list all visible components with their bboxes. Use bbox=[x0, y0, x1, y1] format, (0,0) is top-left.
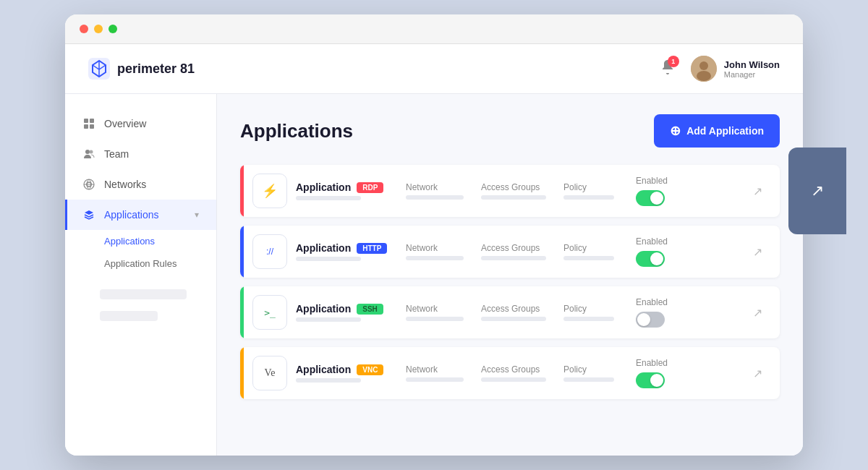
app-name-bar-1 bbox=[296, 196, 361, 200]
app-name-bar-2 bbox=[296, 257, 361, 261]
app-name-row-3: Application SSH bbox=[296, 303, 390, 315]
avatar bbox=[691, 56, 717, 82]
network-col-2: Network bbox=[397, 243, 472, 260]
policy-col-4: Policy bbox=[555, 364, 627, 382]
app-row-vnc: Ve Application VNC Network bbox=[240, 347, 780, 399]
app-name-col-1: Application RDP bbox=[296, 181, 397, 200]
enabled-col-4: Enabled ✓ bbox=[627, 358, 685, 388]
external-link-icon-3[interactable]: ↗ bbox=[747, 300, 768, 325]
browser-window: perimeter 81 1 bbox=[65, 14, 803, 456]
content-header: Applications ⊕ Add Application bbox=[240, 114, 780, 148]
access-groups-col-4: Access Groups bbox=[472, 364, 555, 382]
app-icon-vnc: Ve bbox=[252, 356, 287, 390]
plus-circle-icon: ⊕ bbox=[670, 123, 681, 139]
svg-point-2 bbox=[699, 61, 708, 70]
enabled-col-1: Enabled ✓ bbox=[627, 176, 685, 206]
blurred-nav-2 bbox=[100, 311, 158, 321]
avatar-image bbox=[691, 56, 717, 82]
browser-titlebar bbox=[65, 14, 803, 44]
app-name-bar-4 bbox=[296, 378, 361, 383]
grid-icon bbox=[82, 117, 95, 130]
sidebar: Overview Team bbox=[65, 94, 217, 456]
user-info: John Wilson Manager bbox=[691, 56, 780, 82]
svg-point-9 bbox=[90, 150, 93, 154]
app-border-http bbox=[240, 226, 244, 278]
sidebar-blurred-items bbox=[65, 281, 216, 330]
app-icon-rdp: ⚡ bbox=[252, 174, 287, 208]
access-groups-col-2: Access Groups bbox=[472, 243, 555, 260]
browser-body: perimeter 81 1 bbox=[65, 44, 803, 456]
app-border-rdp bbox=[240, 165, 244, 217]
access-groups-col-3: Access Groups bbox=[472, 304, 555, 321]
traffic-light-red[interactable] bbox=[80, 25, 88, 33]
app-name-col-3: Application SSH bbox=[296, 303, 397, 322]
toggle-http[interactable]: ✓ bbox=[636, 251, 676, 267]
user-name: John Wilson bbox=[724, 59, 780, 70]
users-icon bbox=[82, 148, 95, 161]
chevron-down-icon: ▾ bbox=[195, 210, 199, 220]
main-layout: Overview Team bbox=[65, 94, 803, 456]
sidebar-item-applications[interactable]: Applications ▾ bbox=[65, 200, 216, 230]
user-role: Manager bbox=[724, 70, 780, 79]
nav-sub-applications: Applications Application Rules bbox=[65, 230, 216, 281]
policy-col-2: Policy bbox=[555, 243, 627, 260]
logo-text: perimeter 81 bbox=[117, 61, 195, 77]
sidebar-label-team: Team bbox=[104, 148, 129, 160]
svg-rect-6 bbox=[84, 124, 88, 129]
app-name-col-2: Application HTTP bbox=[296, 242, 397, 261]
sidebar-subitem-application-rules[interactable]: Application Rules bbox=[65, 252, 216, 275]
network-col-4: Network bbox=[397, 364, 472, 382]
app-name-row-2: Application HTTP bbox=[296, 242, 390, 254]
sidebar-item-team[interactable]: Team bbox=[65, 139, 216, 169]
svg-point-8 bbox=[85, 150, 90, 154]
floating-card-icon: ↗ bbox=[811, 181, 824, 200]
sidebar-subitem-applications[interactable]: Applications bbox=[65, 230, 216, 252]
app-name-row-1: Application RDP bbox=[296, 181, 390, 193]
app-icon-http: :// bbox=[252, 234, 287, 269]
svg-rect-7 bbox=[90, 124, 94, 129]
network-col-1: Network bbox=[397, 182, 472, 200]
blurred-nav-1 bbox=[100, 289, 187, 299]
notification-bell[interactable]: 1 bbox=[659, 59, 676, 79]
toggle-rdp[interactable]: ✓ bbox=[636, 190, 676, 206]
app-name-row-4: Application VNC bbox=[296, 364, 390, 375]
external-link-icon-2[interactable]: ↗ bbox=[747, 239, 768, 265]
svg-rect-4 bbox=[84, 119, 88, 123]
main-content: Applications ⊕ Add Application ⚡ bbox=[217, 94, 803, 456]
app-icon-ssh: >_ bbox=[252, 295, 287, 330]
external-link-icon-1[interactable]: ↗ bbox=[747, 179, 768, 204]
enabled-col-2: Enabled ✓ bbox=[627, 236, 685, 267]
toggle-vnc[interactable]: ✓ bbox=[636, 372, 676, 388]
header-right: 1 John Wilson Manager bbox=[659, 56, 780, 82]
logo-icon bbox=[88, 58, 110, 80]
logo: perimeter 81 bbox=[88, 58, 195, 80]
enabled-col-3: Enabled bbox=[627, 297, 685, 328]
access-groups-col-1: Access Groups bbox=[472, 182, 555, 200]
app-border-ssh bbox=[240, 286, 244, 338]
application-list: ⚡ Application RDP Network bbox=[240, 165, 780, 408]
toggle-ssh[interactable] bbox=[636, 312, 676, 328]
app-name-bar-3 bbox=[296, 317, 361, 322]
traffic-light-green[interactable] bbox=[109, 25, 117, 33]
app-row-rdp: ⚡ Application RDP Network bbox=[240, 165, 780, 217]
app-row-http: :// Application HTTP Network bbox=[240, 226, 780, 278]
notification-badge: 1 bbox=[668, 56, 679, 67]
traffic-light-yellow[interactable] bbox=[94, 25, 103, 33]
user-details: John Wilson Manager bbox=[724, 59, 780, 79]
sidebar-item-networks[interactable]: Networks bbox=[65, 169, 216, 200]
external-link-icon-4[interactable]: ↗ bbox=[747, 361, 768, 386]
page-title: Applications bbox=[240, 120, 353, 142]
app-header: perimeter 81 1 bbox=[65, 44, 803, 94]
network-col-3: Network bbox=[397, 304, 472, 321]
sidebar-item-overview[interactable]: Overview bbox=[65, 108, 216, 139]
app-border-vnc bbox=[240, 347, 244, 399]
add-application-button[interactable]: ⊕ Add Application bbox=[654, 114, 780, 148]
app-row-ssh: >_ Application SSH Network bbox=[240, 286, 780, 338]
svg-rect-5 bbox=[90, 119, 94, 123]
svg-point-3 bbox=[697, 71, 711, 81]
policy-col-1: Policy bbox=[555, 182, 627, 200]
network-icon bbox=[82, 178, 95, 191]
layers-icon bbox=[82, 208, 95, 221]
sidebar-label-networks: Networks bbox=[104, 179, 146, 190]
floating-help-card[interactable]: ↗ bbox=[788, 148, 846, 234]
